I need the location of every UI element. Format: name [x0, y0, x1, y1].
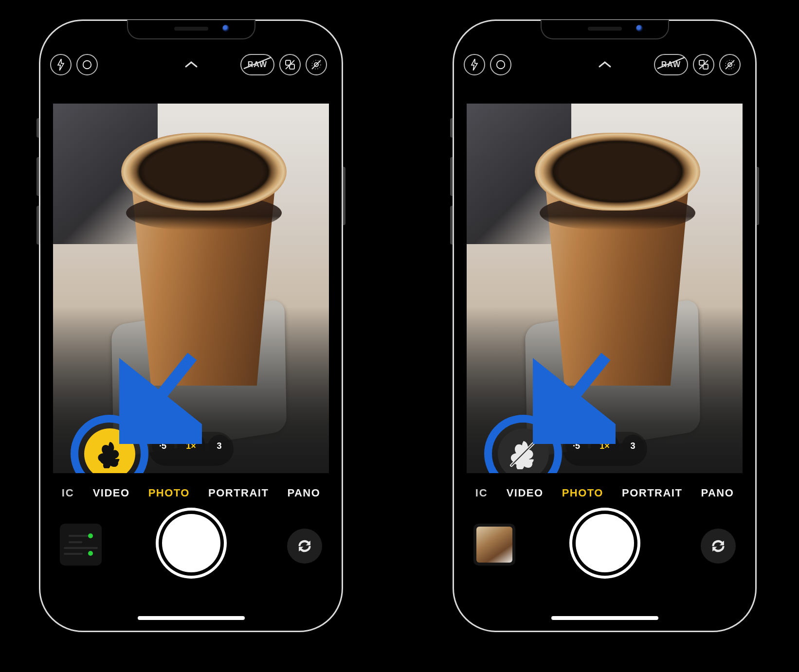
mode-video[interactable]: VIDEO — [507, 487, 544, 499]
night-mode-button[interactable] — [490, 54, 511, 75]
home-indicator[interactable] — [138, 616, 245, 620]
hw-volume-down — [450, 206, 454, 245]
svg-line-10 — [657, 57, 685, 69]
shutter-button[interactable] — [162, 514, 220, 572]
camera-flip-icon — [295, 537, 314, 555]
mode-cinematic-partial[interactable]: IC — [62, 487, 74, 499]
night-mode-button[interactable] — [76, 54, 98, 75]
photographic-styles-button[interactable] — [279, 54, 301, 75]
zoom-option-tele[interactable]: 3 — [208, 435, 231, 457]
live-photo-button[interactable] — [306, 54, 327, 75]
svg-line-1 — [244, 57, 271, 69]
mode-cinematic-partial[interactable]: IC — [475, 487, 488, 499]
last-photo-thumbnail[interactable] — [60, 524, 102, 566]
camera-bottom-bar — [40, 514, 342, 577]
mode-portrait[interactable]: PORTRAIT — [208, 487, 269, 499]
mode-portrait[interactable]: PORTRAIT — [622, 487, 682, 499]
mode-pano[interactable]: PANO — [701, 487, 734, 499]
viewfinder-subject-cup — [535, 133, 700, 386]
camera-viewfinder[interactable]: ·5 1× 3 — [467, 104, 743, 473]
home-indicator[interactable] — [551, 616, 658, 620]
phone-mockup-right: RAW ·5 1× 3 — [453, 19, 757, 632]
live-photo-button[interactable] — [719, 54, 741, 75]
camera-viewfinder[interactable]: ·5 1× 3 — [53, 104, 329, 473]
last-photo-thumbnail[interactable] — [473, 524, 515, 566]
toolbar-expand-chevron[interactable] — [595, 55, 615, 74]
camera-top-toolbar: RAW — [50, 50, 332, 79]
raw-toggle[interactable]: RAW — [654, 54, 688, 75]
hw-side-button — [342, 167, 345, 225]
zoom-option-tele[interactable]: 3 — [622, 435, 644, 457]
raw-toggle[interactable]: RAW — [240, 54, 274, 75]
camera-top-toolbar: RAW — [464, 50, 745, 79]
hw-mute-switch — [36, 118, 40, 138]
camera-flip-button[interactable] — [701, 529, 736, 564]
camera-bottom-bar — [454, 514, 755, 577]
svg-point-0 — [83, 61, 91, 69]
phone-mockup-left: RAW ·5 1× 3 — [39, 19, 343, 632]
mode-pano[interactable]: PANO — [287, 487, 320, 499]
phone-notch — [127, 20, 255, 39]
toolbar-expand-chevron[interactable] — [182, 55, 201, 74]
annotation-arrow — [119, 352, 202, 444]
svg-point-9 — [497, 61, 505, 69]
hw-volume-up — [36, 157, 40, 196]
flash-button[interactable] — [50, 54, 72, 75]
phone-notch — [541, 20, 669, 39]
photographic-styles-button[interactable] — [693, 54, 714, 75]
svg-line-17 — [547, 356, 606, 429]
hw-volume-up — [450, 157, 454, 196]
flash-button[interactable] — [464, 54, 485, 75]
camera-mode-selector[interactable]: IC VIDEO PHOTO PORTRAIT PANO — [40, 487, 342, 499]
svg-line-8 — [134, 356, 192, 429]
mode-video[interactable]: VIDEO — [93, 487, 130, 499]
hw-volume-down — [36, 206, 40, 245]
viewfinder-subject-cup — [121, 133, 287, 386]
camera-flip-button[interactable] — [287, 529, 322, 564]
mode-photo[interactable]: PHOTO — [148, 487, 190, 499]
mode-photo[interactable]: PHOTO — [562, 487, 603, 499]
shutter-button[interactable] — [576, 514, 634, 572]
hw-mute-switch — [450, 118, 454, 138]
camera-flip-icon — [709, 537, 727, 555]
annotation-arrow — [533, 352, 616, 444]
camera-mode-selector[interactable]: IC VIDEO PHOTO PORTRAIT PANO — [454, 487, 755, 499]
hw-side-button — [755, 167, 759, 225]
